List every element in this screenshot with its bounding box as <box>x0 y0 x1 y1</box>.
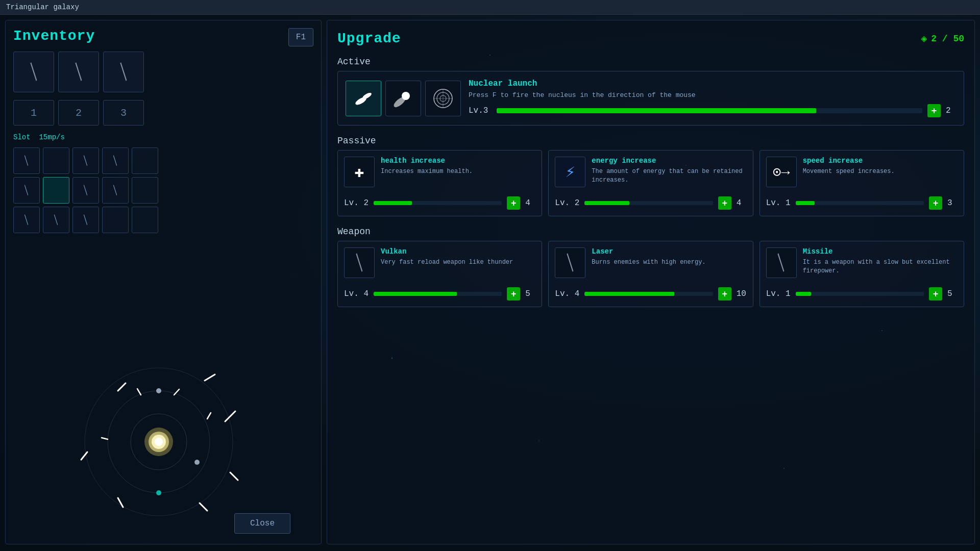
weapon-top-laser: ╱ Laser Burns enemies with high energy. <box>555 247 746 278</box>
active-level-label: Lv.3 <box>469 106 492 115</box>
vulkan-icon-box[interactable]: ╱ <box>344 247 375 278</box>
svg-line-18 <box>207 413 211 419</box>
weapon-card-laser: ╱ Laser Burns enemies with high energy. … <box>548 241 753 307</box>
laser-icon-box[interactable]: ╱ <box>555 247 585 278</box>
weapon-slot-1[interactable]: ╱ <box>13 52 54 92</box>
inv-slot-3-1[interactable]: ╱ <box>13 207 40 233</box>
inv-slot-1-2[interactable] <box>43 147 69 174</box>
passive-card-energy: ⚡ energy increase The amount of energy t… <box>548 150 753 216</box>
weapon-slot-3[interactable]: ╱ <box>103 52 144 92</box>
health-icon-box[interactable]: ✚ <box>344 157 375 187</box>
nuclear-svg-3 <box>430 86 456 111</box>
energy-icon: ⚡ <box>566 162 575 182</box>
inv-slot-2-5[interactable] <box>132 177 158 204</box>
energy-upgrade-btn[interactable]: + <box>718 196 731 210</box>
svg-line-15 <box>200 503 207 511</box>
inventory-row-1: ╱ ╱ ╱ <box>13 147 313 174</box>
inv-slot-2-2[interactable] <box>43 177 69 204</box>
speed-icon-box[interactable]: ⊙→ <box>766 157 797 187</box>
energy-cost: 4 <box>737 198 747 208</box>
nuclear-svg-1 <box>351 86 376 111</box>
passive-card-health: ✚ health increase Increases maximum heal… <box>337 150 542 216</box>
inventory-title: Inventory <box>13 28 313 44</box>
inv-slot-2-3[interactable]: ╱ <box>72 177 99 204</box>
svg-line-16 <box>230 472 238 480</box>
weapon-section: Weapon ╱ Vulkan Very fast reload weapon … <box>337 227 964 307</box>
speed-level-row: Lv. 1 + 3 <box>766 196 958 210</box>
passive-section-header: Passive <box>337 136 964 146</box>
weapon-icon-2: ╱ <box>69 63 88 81</box>
missile-upgrade-btn[interactable]: + <box>929 287 942 300</box>
active-progress-fill <box>497 108 816 113</box>
speed-progress-bg <box>796 201 924 205</box>
weapon-slot-2[interactable]: ╱ <box>58 52 99 92</box>
slot-numbers-row: 1 2 3 <box>13 100 313 126</box>
health-level: Lv. 2 <box>344 198 369 208</box>
f1-badge[interactable]: F1 <box>288 28 313 46</box>
vulkan-slash-icon: ╱ <box>350 254 369 272</box>
inv-slot-3-5[interactable] <box>132 207 158 233</box>
small-weapon-icon: ╱ <box>21 156 32 166</box>
energy-progress-bg <box>584 201 713 205</box>
active-upgrade-info: Nuclear launch Press F to fire the nucle… <box>469 79 956 117</box>
inv-slot-3-4[interactable] <box>102 207 129 233</box>
inv-slot-3-3[interactable]: ╱ <box>72 207 99 233</box>
missile-desc: It is a weapon with a slow but excellent… <box>803 258 958 276</box>
inv-slot-1-4[interactable]: ╱ <box>102 147 129 174</box>
nuclear-icon-1[interactable] <box>346 81 381 116</box>
weapon-slots-row: ╱ ╱ ╱ <box>13 52 313 92</box>
missile-progress-fill <box>796 292 811 296</box>
inventory-row-3: ╱ ╱ ╱ <box>13 207 313 233</box>
vulkan-progress-bg <box>374 292 502 296</box>
inv-slot-2-1[interactable]: ╱ <box>13 177 40 204</box>
slot-number-1[interactable]: 1 <box>13 100 54 126</box>
active-upgrade-cost: 2 <box>946 106 956 115</box>
health-upgrade-btn[interactable]: + <box>507 196 520 210</box>
small-weapon-icon: ╱ <box>81 215 91 226</box>
right-panel: Upgrade ◈ 2 / 50 Active <box>327 20 975 544</box>
orbital-svg <box>77 360 240 523</box>
inv-slot-3-2[interactable]: ╱ <box>43 207 69 233</box>
small-weapon-icon: ╱ <box>51 215 62 226</box>
inv-slot-1-3[interactable]: ╱ <box>72 147 99 174</box>
laser-progress-fill <box>584 292 674 296</box>
laser-text: Laser Burns enemies with high energy. <box>592 247 705 267</box>
orbital-diagram <box>77 360 240 523</box>
missile-level: Lv. 1 <box>766 289 791 298</box>
weapon-icon-1: ╱ <box>24 63 43 81</box>
health-icon: ✚ <box>354 162 364 182</box>
window-title: Triangular galaxy <box>6 3 79 11</box>
speed-cost: 3 <box>947 198 958 208</box>
vulkan-level: Lv. 4 <box>344 289 369 298</box>
vulkan-upgrade-btn[interactable]: + <box>507 287 520 300</box>
active-upgrade-desc: Press F to fire the nucleus in the direc… <box>469 91 956 100</box>
small-weapon-icon: ╱ <box>110 185 121 196</box>
inventory-grid: ╱ ╱ ╱ ╱ ╱ ╱ ╱ ╱ ╱ <box>13 147 313 233</box>
vulkan-desc: Very fast reload weapon like thunder <box>381 258 513 267</box>
nuclear-icon-2[interactable] <box>385 81 421 116</box>
weapon-section-header: Weapon <box>337 227 964 237</box>
energy-upgrade-desc: The amount of energy that can be retaine… <box>592 167 746 185</box>
inv-slot-1-5[interactable] <box>132 147 158 174</box>
inv-slot-1-1[interactable]: ╱ <box>13 147 40 174</box>
slot-number-3[interactable]: 3 <box>103 100 144 126</box>
passive-section: Passive ✚ health increase Increases maxi… <box>337 136 964 216</box>
active-upgrade-btn[interactable]: + <box>927 104 941 117</box>
active-level-row: Lv.3 + 2 <box>469 104 956 117</box>
health-upgrade-desc: Increases maximum health. <box>381 167 473 176</box>
active-section: Active <box>337 57 964 126</box>
energy-icon-box[interactable]: ⚡ <box>555 157 585 187</box>
inv-slot-2-4[interactable]: ╱ <box>102 177 129 204</box>
laser-upgrade-btn[interactable]: + <box>718 287 731 300</box>
speed-upgrade-btn[interactable]: + <box>929 196 942 210</box>
passive-cards: ✚ health increase Increases maximum heal… <box>337 150 964 216</box>
weapon-top-vulkan: ╱ Vulkan Very fast reload weapon like th… <box>344 247 535 278</box>
laser-progress-bg <box>584 292 713 296</box>
close-button[interactable]: Close <box>234 513 290 534</box>
missile-icon-box[interactable]: ╱ <box>766 247 797 278</box>
passive-top-health: ✚ health increase Increases maximum heal… <box>344 157 535 187</box>
slot-number-2[interactable]: 2 <box>58 100 99 126</box>
nuclear-icon-3[interactable] <box>425 81 461 116</box>
svg-line-20 <box>102 438 108 439</box>
active-upgrade-name: Nuclear launch <box>469 79 956 88</box>
